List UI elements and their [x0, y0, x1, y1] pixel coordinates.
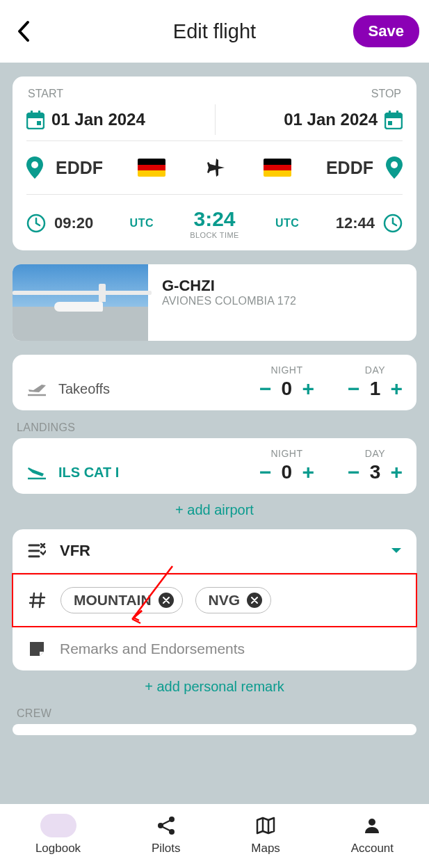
takeoff-icon	[26, 380, 47, 398]
landing-day-label: DAY	[348, 448, 403, 459]
takeoff-night-label: NIGHT	[259, 364, 314, 376]
chevron-left-icon	[15, 19, 31, 43]
landing-night-minus[interactable]: −	[259, 460, 272, 484]
add-airport-link[interactable]: + add airport	[13, 499, 416, 529]
calendar-icon	[26, 110, 44, 129]
flight-rules-row[interactable]: VFR	[13, 529, 416, 573]
block-time-value: 3:24	[190, 207, 238, 231]
timezone-right: UTC	[275, 217, 299, 230]
departure-time-value: 09:20	[54, 214, 93, 232]
chevron-down-icon	[390, 547, 403, 555]
share-icon	[156, 816, 176, 835]
landings-card: ILS CAT I NIGHT − 0 + DAY − 3 +	[13, 438, 416, 494]
nav-logbook[interactable]: Logbook	[35, 814, 81, 855]
takeoffs-label: Takeoffs	[58, 381, 110, 397]
stop-label: STOP	[371, 88, 401, 100]
divider	[215, 104, 216, 135]
map-icon	[256, 816, 275, 835]
tag-remove[interactable]	[247, 593, 262, 608]
landings-section-label: LANDINGS	[17, 421, 412, 434]
start-label: START	[28, 88, 63, 100]
svg-rect-6	[385, 113, 402, 118]
back-button[interactable]	[10, 14, 36, 49]
bottom-nav: Logbook Pilots Maps Account	[0, 804, 429, 868]
takeoff-night-minus[interactable]: −	[259, 377, 272, 401]
landing-night-label: NIGHT	[259, 448, 314, 459]
arrival-code: EDDF	[326, 158, 373, 178]
add-remark-link[interactable]: + add personal remark	[13, 676, 416, 706]
svg-rect-2	[37, 121, 41, 125]
takeoff-night-plus[interactable]: +	[302, 377, 314, 401]
person-icon	[363, 817, 381, 835]
germany-flag-icon	[138, 159, 165, 177]
svg-point-11	[391, 161, 398, 168]
landing-day-minus[interactable]: −	[348, 460, 360, 484]
flight-rules-value: VFR	[60, 542, 90, 560]
arrival-airport-field[interactable]: EDDF	[264, 156, 403, 179]
calendar-icon	[385, 110, 403, 129]
aircraft-card[interactable]: G-CHZI AVIONES COLOMBIA 172	[13, 264, 416, 341]
clock-icon	[383, 214, 403, 233]
takeoff-day-minus[interactable]: −	[348, 377, 360, 401]
landing-day-value: 3	[368, 461, 382, 483]
nav-pilots[interactable]: Pilots	[152, 814, 181, 855]
nav-label: Pilots	[152, 842, 181, 855]
clock-icon	[26, 214, 46, 233]
nav-maps[interactable]: Maps	[251, 814, 280, 855]
nav-label: Logbook	[35, 842, 81, 855]
departure-airport-field[interactable]: EDDF	[26, 156, 165, 179]
svg-rect-3	[31, 111, 33, 115]
tag-label: NVG	[209, 592, 241, 609]
crew-section-label: CREW	[17, 707, 412, 720]
takeoff-day-plus[interactable]: +	[390, 377, 403, 401]
filter-icon	[28, 542, 46, 559]
block-time: 3:24 BLOCK TIME	[190, 207, 238, 239]
arrival-time-field[interactable]: 12:44	[336, 214, 403, 233]
svg-rect-8	[389, 111, 391, 115]
takeoffs-card: Takeoffs NIGHT − 0 + DAY − 1 +	[13, 355, 416, 410]
stop-date-field[interactable]: 01 Jan 2024	[284, 110, 403, 129]
takeoff-night-value: 0	[280, 378, 293, 400]
landing-icon	[26, 463, 47, 481]
svg-point-10	[31, 161, 38, 168]
svg-rect-4	[38, 111, 40, 115]
nav-label: Maps	[251, 842, 280, 855]
takeoff-day-value: 1	[368, 378, 382, 400]
tag-nvg[interactable]: NVG	[195, 587, 272, 613]
hash-icon	[29, 591, 47, 609]
details-card: VFR MOUNTAIN NVG	[13, 529, 416, 670]
svg-rect-7	[388, 121, 392, 125]
plane-icon	[204, 156, 226, 179]
pin-icon	[26, 156, 43, 179]
tags-row[interactable]: MOUNTAIN NVG	[12, 573, 417, 627]
svg-rect-9	[396, 111, 398, 115]
save-button[interactable]: Save	[353, 15, 419, 47]
landing-day-plus[interactable]: +	[390, 460, 403, 484]
block-time-label: BLOCK TIME	[190, 231, 238, 239]
pin-icon	[386, 156, 403, 179]
landing-night-plus[interactable]: +	[302, 460, 314, 484]
nav-label: Account	[351, 842, 394, 855]
approach-select[interactable]: ILS CAT I	[26, 463, 119, 484]
route-card: START STOP 01 Jan 2024 01 Jan 2024 EDDF	[13, 77, 416, 250]
crew-card	[13, 724, 416, 735]
aircraft-type: AVIONES COLOMBIA 172	[162, 295, 296, 307]
svg-point-25	[369, 819, 375, 826]
arrival-time-value: 12:44	[336, 214, 375, 232]
departure-time-field[interactable]: 09:20	[26, 214, 93, 233]
nav-account[interactable]: Account	[351, 814, 394, 855]
timezone-left: UTC	[130, 217, 154, 230]
start-date-value: 01 Jan 2024	[51, 110, 145, 129]
start-date-field[interactable]: 01 Jan 2024	[26, 110, 145, 129]
remarks-label: Remarks and Endorsements	[60, 641, 245, 657]
takeoff-day-label: DAY	[348, 364, 403, 376]
tag-remove[interactable]	[159, 593, 174, 608]
note-icon	[28, 640, 46, 658]
tag-mountain[interactable]: MOUNTAIN	[60, 587, 183, 613]
close-icon	[251, 597, 258, 604]
tag-label: MOUNTAIN	[74, 592, 152, 609]
remarks-row[interactable]: Remarks and Endorsements	[13, 627, 416, 670]
svg-rect-1	[27, 113, 44, 118]
germany-flag-icon	[264, 159, 291, 177]
stop-date-value: 01 Jan 2024	[284, 110, 378, 129]
